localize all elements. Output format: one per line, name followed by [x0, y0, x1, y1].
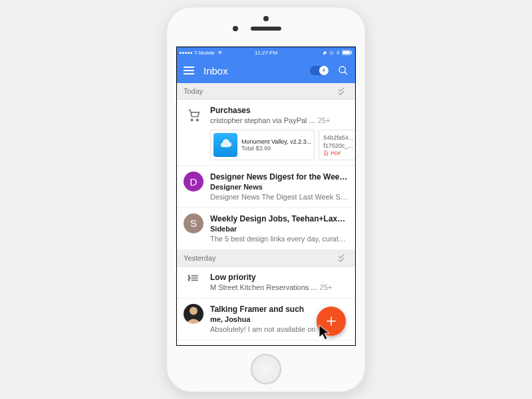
attachment-app[interactable]: Monument Valley, v2.2.3... Total $3.99	[210, 130, 315, 160]
pdf-badge: PDF	[323, 150, 341, 156]
screen: T-Mobile 11:27 PM Inbox	[176, 47, 356, 346]
bundle-title: Low priority	[210, 272, 348, 283]
svg-line-5	[344, 72, 347, 74]
pdf-icon	[323, 150, 329, 156]
attachment-pdf[interactable]: 54b2fa54... f17520c_... PDF	[319, 130, 355, 160]
email-from: Sidebar	[210, 224, 348, 234]
bundle-title: Purchases	[210, 105, 348, 116]
pin-toggle[interactable]	[310, 66, 329, 75]
attachment-app-sub: Total $3.99	[241, 145, 311, 152]
attachment-cards: Monument Valley, v2.2.3... Total $3.99 5…	[210, 130, 348, 160]
email-sidebar[interactable]: S Weekly Design Jobs, Teehan+Lax+Fac... …	[177, 208, 355, 250]
count-badge: 25+	[320, 283, 332, 291]
svg-point-6	[191, 119, 193, 121]
svg-point-7	[197, 119, 199, 121]
phone-frame: T-Mobile 11:27 PM Inbox	[166, 7, 366, 392]
app-title: Inbox	[203, 65, 301, 76]
avatar	[184, 304, 203, 324]
bundle-from: cristopher stephan via PayPal ...25+	[210, 116, 348, 126]
app-bar: Inbox	[177, 58, 355, 83]
menu-icon[interactable]	[184, 66, 194, 74]
svg-point-4	[339, 66, 345, 72]
section-label: Yesterday	[184, 254, 216, 262]
home-button[interactable]	[251, 354, 281, 384]
status-bar: T-Mobile 11:27 PM	[177, 47, 355, 58]
section-label: Today	[184, 87, 203, 95]
avatar: D	[184, 172, 203, 192]
cloud-download-icon	[213, 133, 237, 157]
email-designer-news[interactable]: D Designer News Digest for the Week of..…	[177, 166, 355, 208]
inbox-list[interactable]: Today Purchases cristopher stephan via P…	[177, 83, 355, 345]
pdf-name2: f17520c_...	[323, 142, 353, 149]
status-time: 11:27 PM	[177, 50, 355, 56]
email-title: Weekly Design Jobs, Teehan+Lax+Fac...	[210, 213, 348, 224]
pdf-name1: 54b2fa54...	[323, 134, 353, 141]
phone-camera	[263, 16, 269, 21]
count-badge: 25+	[318, 116, 331, 124]
bundle-purchases[interactable]: Purchases cristopher stephan via PayPal …	[177, 100, 355, 166]
section-header-today: Today	[177, 83, 355, 100]
email-snippet: Designer News The Digest Last Week Site …	[210, 192, 348, 202]
pin-icon	[321, 68, 327, 73]
lowpriority-icon	[184, 272, 203, 293]
cart-icon	[184, 105, 203, 125]
email-from: Designer News	[210, 182, 348, 192]
attachment-app-title: Monument Valley, v2.2.3...	[241, 138, 311, 145]
email-title: Designer News Digest for the Week of...	[210, 172, 348, 182]
email-snippet: The 5 best design links every day, curat…	[210, 234, 348, 244]
sweep-icon[interactable]	[338, 254, 348, 262]
section-header-yesterday: Yesterday	[177, 250, 355, 267]
sweep-icon[interactable]	[338, 87, 348, 95]
phone-speaker	[251, 27, 281, 31]
phone-sensor	[233, 26, 238, 31]
avatar: S	[184, 213, 203, 233]
plus-icon	[325, 315, 338, 328]
bundle-from: M Street Kitchen Reservations ...25+	[210, 283, 348, 293]
bundle-low-priority[interactable]: Low priority M Street Kitchen Reservatio…	[177, 267, 355, 299]
compose-fab[interactable]	[317, 307, 346, 336]
search-icon[interactable]	[338, 65, 348, 76]
